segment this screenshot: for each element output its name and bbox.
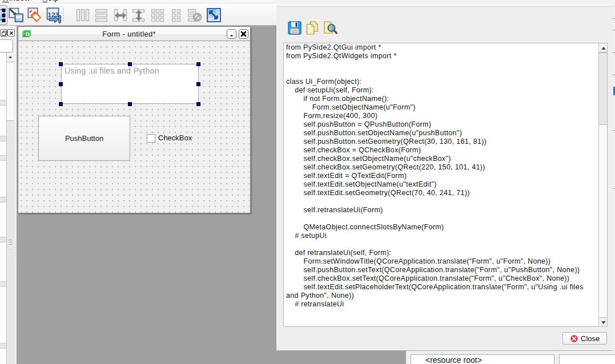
svg-text:D: D [26,31,30,37]
svg-text:123: 123 [48,11,59,18]
